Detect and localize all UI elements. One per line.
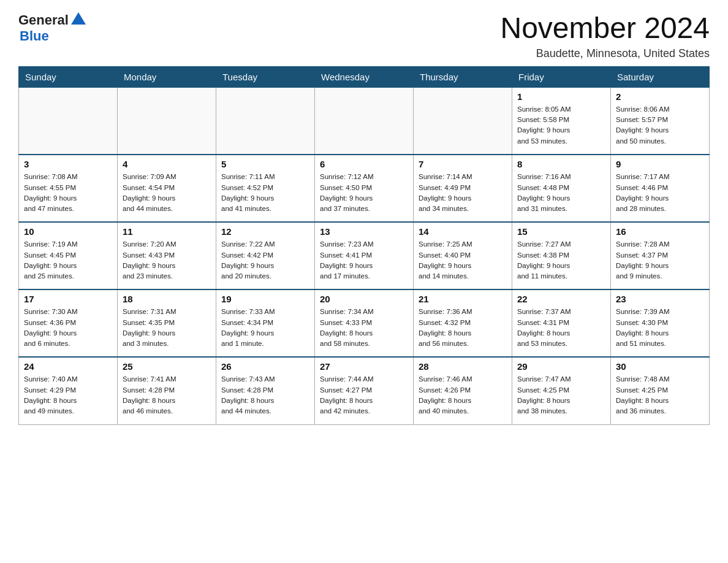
location-subtitle: Baudette, Minnesota, United States: [500, 47, 710, 60]
day-info: Sunrise: 7:41 AMSunset: 4:28 PMDaylight:…: [123, 374, 211, 416]
calendar-cell: 1Sunrise: 8:05 AMSunset: 5:58 PMDaylight…: [512, 87, 611, 155]
calendar-cell: 2Sunrise: 8:06 AMSunset: 5:57 PMDaylight…: [611, 87, 710, 155]
day-number: 18: [123, 294, 211, 304]
calendar-cell: 29Sunrise: 7:47 AMSunset: 4:25 PMDayligh…: [512, 357, 611, 424]
calendar-cell: 30Sunrise: 7:48 AMSunset: 4:25 PMDayligh…: [611, 357, 710, 424]
calendar-cell: 21Sunrise: 7:36 AMSunset: 4:32 PMDayligh…: [414, 289, 512, 357]
day-number: 13: [320, 226, 408, 237]
calendar-cell: 11Sunrise: 7:20 AMSunset: 4:43 PMDayligh…: [118, 222, 216, 289]
calendar-cell: 24Sunrise: 7:40 AMSunset: 4:29 PMDayligh…: [19, 357, 118, 424]
day-info: Sunrise: 7:19 AMSunset: 4:45 PMDaylight:…: [24, 239, 112, 282]
day-number: 8: [517, 159, 605, 169]
calendar-week-row: 10Sunrise: 7:19 AMSunset: 4:45 PMDayligh…: [19, 222, 710, 289]
day-number: 20: [320, 294, 408, 304]
calendar-week-row: 3Sunrise: 7:08 AMSunset: 4:55 PMDaylight…: [19, 155, 710, 222]
calendar-week-row: 17Sunrise: 7:30 AMSunset: 4:36 PMDayligh…: [19, 289, 710, 357]
calendar-cell: 12Sunrise: 7:22 AMSunset: 4:42 PMDayligh…: [216, 222, 315, 289]
logo: General Blue: [18, 12, 87, 44]
day-info: Sunrise: 7:40 AMSunset: 4:29 PMDaylight:…: [24, 374, 112, 416]
day-info: Sunrise: 7:47 AMSunset: 4:25 PMDaylight:…: [517, 374, 605, 416]
day-info: Sunrise: 7:48 AMSunset: 4:25 PMDaylight:…: [616, 374, 704, 416]
day-number: 14: [419, 226, 507, 237]
day-info: Sunrise: 7:33 AMSunset: 4:34 PMDaylight:…: [221, 307, 309, 349]
day-info: Sunrise: 7:31 AMSunset: 4:35 PMDaylight:…: [123, 307, 211, 349]
day-number: 25: [123, 361, 211, 372]
day-number: 5: [221, 159, 309, 169]
day-number: 15: [517, 226, 605, 237]
calendar-cell: 6Sunrise: 7:12 AMSunset: 4:50 PMDaylight…: [315, 155, 414, 222]
day-info: Sunrise: 7:28 AMSunset: 4:37 PMDaylight:…: [616, 239, 704, 282]
day-info: Sunrise: 7:36 AMSunset: 4:32 PMDaylight:…: [419, 307, 507, 349]
day-info: Sunrise: 7:27 AMSunset: 4:38 PMDaylight:…: [517, 239, 605, 282]
calendar-cell: [315, 87, 414, 155]
calendar-cell: 28Sunrise: 7:46 AMSunset: 4:26 PMDayligh…: [414, 357, 512, 424]
page-header: General Blue November 2024 Baudette, Min…: [18, 12, 710, 60]
day-info: Sunrise: 7:16 AMSunset: 4:48 PMDaylight:…: [517, 172, 605, 214]
calendar-cell: 17Sunrise: 7:30 AMSunset: 4:36 PMDayligh…: [19, 289, 118, 357]
weekday-header-thursday: Thursday: [414, 66, 512, 87]
day-number: 16: [616, 226, 704, 237]
calendar-cell: 27Sunrise: 7:44 AMSunset: 4:27 PMDayligh…: [315, 357, 414, 424]
day-number: 11: [123, 226, 211, 237]
title-section: November 2024 Baudette, Minnesota, Unite…: [500, 12, 710, 60]
svg-marker-0: [71, 12, 86, 25]
day-info: Sunrise: 7:11 AMSunset: 4:52 PMDaylight:…: [221, 172, 309, 214]
weekday-header-sunday: Sunday: [19, 66, 118, 87]
day-info: Sunrise: 7:30 AMSunset: 4:36 PMDaylight:…: [24, 307, 112, 349]
calendar-cell: 8Sunrise: 7:16 AMSunset: 4:48 PMDaylight…: [512, 155, 611, 222]
day-number: 9: [616, 159, 704, 169]
day-number: 26: [221, 361, 309, 372]
day-number: 1: [517, 91, 605, 102]
logo-triangle-icon: [70, 11, 87, 28]
calendar-cell: 18Sunrise: 7:31 AMSunset: 4:35 PMDayligh…: [118, 289, 216, 357]
day-info: Sunrise: 7:17 AMSunset: 4:46 PMDaylight:…: [616, 172, 704, 214]
day-number: 3: [24, 159, 112, 169]
day-info: Sunrise: 7:22 AMSunset: 4:42 PMDaylight:…: [221, 239, 309, 282]
calendar-cell: 26Sunrise: 7:43 AMSunset: 4:28 PMDayligh…: [216, 357, 315, 424]
day-number: 6: [320, 159, 408, 169]
weekday-header-tuesday: Tuesday: [216, 66, 315, 87]
weekday-header-saturday: Saturday: [611, 66, 710, 87]
calendar-header-row: SundayMondayTuesdayWednesdayThursdayFrid…: [19, 66, 710, 87]
calendar-cell: 16Sunrise: 7:28 AMSunset: 4:37 PMDayligh…: [611, 222, 710, 289]
day-number: 2: [616, 91, 704, 102]
day-info: Sunrise: 8:06 AMSunset: 5:57 PMDaylight:…: [616, 104, 704, 147]
day-info: Sunrise: 8:05 AMSunset: 5:58 PMDaylight:…: [517, 104, 605, 147]
day-number: 21: [419, 294, 507, 304]
day-info: Sunrise: 7:23 AMSunset: 4:41 PMDaylight:…: [320, 239, 408, 282]
logo-general-text: General: [18, 12, 69, 28]
calendar-cell: 9Sunrise: 7:17 AMSunset: 4:46 PMDaylight…: [611, 155, 710, 222]
calendar-cell: 20Sunrise: 7:34 AMSunset: 4:33 PMDayligh…: [315, 289, 414, 357]
day-number: 10: [24, 226, 112, 237]
day-info: Sunrise: 7:43 AMSunset: 4:28 PMDaylight:…: [221, 374, 309, 416]
weekday-header-wednesday: Wednesday: [315, 66, 414, 87]
day-info: Sunrise: 7:46 AMSunset: 4:26 PMDaylight:…: [419, 374, 507, 416]
day-info: Sunrise: 7:44 AMSunset: 4:27 PMDaylight:…: [320, 374, 408, 416]
day-number: 22: [517, 294, 605, 304]
calendar-cell: 23Sunrise: 7:39 AMSunset: 4:30 PMDayligh…: [611, 289, 710, 357]
calendar-cell: 3Sunrise: 7:08 AMSunset: 4:55 PMDaylight…: [19, 155, 118, 222]
day-number: 4: [123, 159, 211, 169]
weekday-header-friday: Friday: [512, 66, 611, 87]
day-number: 7: [419, 159, 507, 169]
day-number: 19: [221, 294, 309, 304]
calendar-cell: 22Sunrise: 7:37 AMSunset: 4:31 PMDayligh…: [512, 289, 611, 357]
day-info: Sunrise: 7:12 AMSunset: 4:50 PMDaylight:…: [320, 172, 408, 214]
calendar-cell: 7Sunrise: 7:14 AMSunset: 4:49 PMDaylight…: [414, 155, 512, 222]
day-info: Sunrise: 7:14 AMSunset: 4:49 PMDaylight:…: [419, 172, 507, 214]
calendar-cell: 15Sunrise: 7:27 AMSunset: 4:38 PMDayligh…: [512, 222, 611, 289]
day-info: Sunrise: 7:39 AMSunset: 4:30 PMDaylight:…: [616, 307, 704, 349]
day-number: 29: [517, 361, 605, 372]
calendar-cell: 14Sunrise: 7:25 AMSunset: 4:40 PMDayligh…: [414, 222, 512, 289]
day-info: Sunrise: 7:34 AMSunset: 4:33 PMDaylight:…: [320, 307, 408, 349]
calendar-cell: [216, 87, 315, 155]
calendar-cell: [414, 87, 512, 155]
weekday-header-monday: Monday: [118, 66, 216, 87]
calendar-cell: 25Sunrise: 7:41 AMSunset: 4:28 PMDayligh…: [118, 357, 216, 424]
calendar-cell: [19, 87, 118, 155]
calendar-table: SundayMondayTuesdayWednesdayThursdayFrid…: [18, 66, 710, 425]
day-number: 30: [616, 361, 704, 372]
calendar-cell: 4Sunrise: 7:09 AMSunset: 4:54 PMDaylight…: [118, 155, 216, 222]
day-number: 12: [221, 226, 309, 237]
calendar-cell: 19Sunrise: 7:33 AMSunset: 4:34 PMDayligh…: [216, 289, 315, 357]
